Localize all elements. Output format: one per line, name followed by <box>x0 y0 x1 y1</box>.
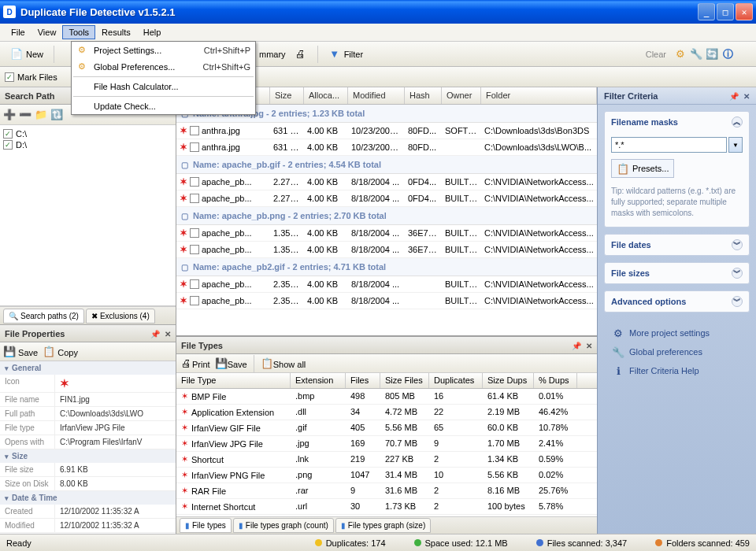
results-row[interactable]: ✶apache_pb...1.35 KB4.00 KB8/18/2004 ...… <box>176 242 597 258</box>
property-group-header[interactable]: Size <box>0 449 176 463</box>
menu-view[interactable]: View <box>32 25 63 39</box>
add-path-icon[interactable]: ➕ <box>3 109 16 121</box>
column-header[interactable]: Duplicates <box>429 373 483 388</box>
row-checkbox[interactable] <box>190 142 199 152</box>
row-checkbox[interactable] <box>190 228 199 238</box>
file-type-row[interactable]: ✶Internet Shortcut.url301.73 KB2100 byte… <box>176 499 597 515</box>
menu-item[interactable]: ⚙Project Settings...Ctrl+Shift+P <box>72 42 255 58</box>
menu-results[interactable]: Results <box>95 25 137 39</box>
filter-section-header[interactable]: File sizes︾ <box>605 263 749 283</box>
pin-icon[interactable] <box>729 91 739 101</box>
column-header[interactable]: Hash <box>405 87 442 104</box>
menu-help[interactable]: Help <box>137 25 168 39</box>
results-group-header[interactable]: Name: apache_pb.png - 2 entries; 2.70 KB… <box>176 207 597 225</box>
column-header[interactable]: Size Dups <box>483 373 534 388</box>
filter-section-header[interactable]: Advanced options︾ <box>605 291 749 312</box>
menu-file[interactable]: File <box>5 25 32 39</box>
file-type-row[interactable]: ✶IrfanView PNG File.png104731.4 MB105.56… <box>176 468 597 483</box>
results-row[interactable]: ✶apache_pb...2.27 KB4.00 KB8/18/2004 ...… <box>176 174 597 190</box>
mark-files-label[interactable]: Mark Files <box>17 72 57 82</box>
property-group-header[interactable]: Date & Time <box>0 491 176 505</box>
file-types-tab[interactable]: ▮File types graph (count) <box>233 518 334 533</box>
refresh-icon[interactable]: 🔄 <box>706 48 718 61</box>
drive-row[interactable]: ✓D:\ <box>3 139 172 150</box>
property-group-header[interactable]: General <box>0 361 176 375</box>
filter-link[interactable]: ⚙More project settings <box>612 324 742 342</box>
close-panel-icon[interactable] <box>586 341 592 350</box>
filter-button[interactable]: ▼Filter <box>323 45 369 64</box>
info-icon[interactable]: ⓘ <box>721 48 734 61</box>
print-button[interactable]: 🖨Print <box>180 357 210 370</box>
gear-icon[interactable]: ⚙ <box>674 48 687 61</box>
drive-checkbox[interactable]: ✓ <box>3 129 13 139</box>
save-button[interactable]: 💾Save <box>215 357 247 370</box>
column-header[interactable]: Extension <box>291 373 346 388</box>
file-type-row[interactable]: ✶Application Extension.dll344.72 MB222.1… <box>176 405 597 420</box>
file-type-row[interactable]: ✶BMP File.bmp498805 MB1661.4 KB0.01% <box>176 389 597 405</box>
mask-dropdown-button[interactable]: ▼ <box>728 137 743 153</box>
row-checkbox[interactable] <box>190 194 199 203</box>
file-types-grid-body[interactable]: ✶BMP File.bmp498805 MB1661.4 KB0.01%✶App… <box>176 389 597 516</box>
file-type-row[interactable]: ✶RAR File.rar931.6 MB28.16 MB25.76% <box>176 483 597 499</box>
copy-button[interactable]: 📋 Copy <box>43 346 78 358</box>
print-button[interactable]: 🖨 <box>289 45 313 64</box>
file-type-row[interactable]: ✶Shortcut.lnk219227 KB21.34 KB0.59% <box>176 452 597 468</box>
filter-link[interactable]: ℹFilter Criteria Help <box>612 361 742 380</box>
column-header[interactable]: Files <box>346 373 380 388</box>
menu-tools[interactable]: Tools <box>62 25 95 39</box>
presets-button[interactable]: 📋 Presets... <box>611 159 674 178</box>
filename-masks-header[interactable]: Filename masks︽ <box>605 112 749 132</box>
drive-checkbox[interactable]: ✓ <box>3 140 13 150</box>
save-button[interactable]: 💾 Save <box>3 346 38 358</box>
menu-item[interactable]: File Hash Calculator... <box>72 79 255 94</box>
wrench-icon[interactable]: 🔧 <box>690 48 702 61</box>
show-all-button[interactable]: 📋Show all <box>261 357 306 370</box>
remove-path-icon[interactable]: ➖ <box>19 109 32 121</box>
pin-icon[interactable] <box>150 329 160 338</box>
drive-row[interactable]: ✓C:\ <box>3 128 172 139</box>
maximize-button[interactable]: □ <box>717 3 734 20</box>
left-tab[interactable]: ✖Exclusions (4) <box>86 309 155 324</box>
row-checkbox[interactable] <box>190 245 199 254</box>
row-checkbox[interactable] <box>190 177 199 187</box>
results-row[interactable]: ✶apache_pb...2.35 KB4.00 KB8/18/2004 ...… <box>176 276 597 293</box>
results-row[interactable]: ✶anthra.jpg631 b...4.00 KB10/23/2005...8… <box>176 123 597 139</box>
row-checkbox[interactable] <box>190 279 199 289</box>
column-header[interactable]: Alloca... <box>304 87 348 104</box>
results-row[interactable]: ✶apache_pb...2.27 KB4.00 KB8/18/2004 ...… <box>176 190 597 207</box>
new-button[interactable]: 📄New <box>5 45 49 64</box>
mark-files-checkbox[interactable]: ✓ <box>5 72 14 82</box>
filter-link[interactable]: 🔧Global preferences <box>612 342 742 361</box>
menu-item[interactable]: ⚙Global Preferences...Ctrl+Shift+G <box>72 58 255 75</box>
results-grid-body[interactable]: Name: anthra.jpg - 2 entries; 1.23 KB to… <box>176 105 597 335</box>
file-types-tab[interactable]: ▮File types graph (size) <box>335 518 431 533</box>
column-header[interactable]: Modified <box>348 87 405 104</box>
minimize-button[interactable]: _ <box>698 3 715 20</box>
results-row[interactable]: ✶anthra.jpg631 b...4.00 KB10/23/2005...8… <box>176 139 597 156</box>
clear-link[interactable]: Clear <box>646 50 666 59</box>
summary-button-label[interactable]: mmary <box>259 50 286 59</box>
menu-item[interactable]: Update Check... <box>72 98 255 114</box>
row-checkbox[interactable] <box>190 126 199 135</box>
close-panel-icon[interactable] <box>165 329 171 338</box>
close-button[interactable]: ✕ <box>736 3 753 20</box>
pin-icon[interactable] <box>572 341 581 350</box>
column-header[interactable]: % Dups <box>534 373 577 388</box>
column-header[interactable]: File Type <box>176 373 291 388</box>
results-row[interactable]: ✶apache_pb...2.35 KB4.00 KB8/18/2004 ...… <box>176 293 597 309</box>
refresh-paths-icon[interactable]: 🔃 <box>50 109 63 121</box>
results-group-header[interactable]: Name: apache_pb2.gif - 2 entries; 4.71 K… <box>176 258 597 276</box>
filename-mask-input[interactable] <box>611 137 727 153</box>
close-panel-icon[interactable] <box>743 91 750 101</box>
left-tab[interactable]: 🔍Search paths (2) <box>3 309 84 324</box>
results-group-header[interactable]: Name: apache_pb.gif - 2 entries; 4.54 KB… <box>176 156 597 174</box>
file-type-row[interactable]: ✶IrfanView JPG File.jpg16970.7 MB91.70 M… <box>176 436 597 452</box>
column-header[interactable]: Owner <box>442 87 481 104</box>
filter-section-header[interactable]: File dates︾ <box>605 235 749 255</box>
results-row[interactable]: ✶apache_pb...1.35 KB4.00 KB8/18/2004 ...… <box>176 225 597 242</box>
column-header[interactable]: Folder <box>481 87 597 104</box>
row-checkbox[interactable] <box>190 296 199 305</box>
folder-icon[interactable]: 📁 <box>35 109 47 121</box>
column-header[interactable]: Size <box>270 87 304 104</box>
file-type-row[interactable]: ✶IrfanView GIF File.gif4055.56 MB6560.0 … <box>176 420 597 436</box>
